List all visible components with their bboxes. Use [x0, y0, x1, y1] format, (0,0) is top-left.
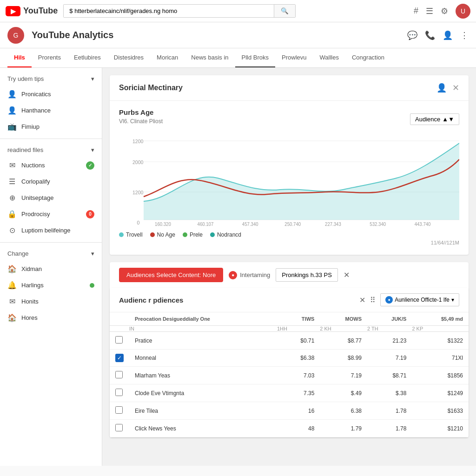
- person-panel-icon[interactable]: 👤: [436, 83, 447, 93]
- tab-eetlubires[interactable]: Eetlubires: [67, 48, 107, 67]
- sidebar-item-unitseptage[interactable]: ⊕ Unitseptage: [0, 190, 102, 206]
- row-checkbox-cell-2[interactable]: [110, 367, 129, 384]
- legend-noage: No Age: [150, 231, 175, 238]
- tab-morican[interactable]: Morican: [150, 48, 185, 67]
- table-panel-header: Audienc r pdiences ✕ ⠿ ● Aunlience Offic…: [110, 288, 469, 312]
- list-icon: ☰: [7, 177, 17, 186]
- tab-prowlevu[interactable]: Prowlevu: [275, 48, 313, 67]
- legend-prele: Prele: [183, 231, 203, 238]
- channel-icon: G: [7, 27, 24, 44]
- row-tiws-3: 7.35: [277, 384, 320, 402]
- table-settings-button[interactable]: ⠿: [370, 296, 376, 304]
- row-tiws-4: 16: [277, 402, 320, 420]
- chevron-filter-icon: ▾: [451, 297, 454, 303]
- row-mows-3: $.49: [320, 384, 367, 402]
- table-filter-button[interactable]: ● Aunlience Officte-1 Ife ▾: [380, 293, 459, 306]
- row-checkbox-cell-0[interactable]: [110, 332, 129, 350]
- sidebar-item-prodrocisy[interactable]: 🔒 Prodrocisy 0: [0, 206, 102, 222]
- svg-text:1200: 1200: [132, 190, 144, 195]
- table-row: Click News Yees 48 1.79 1.78 $1210: [110, 420, 469, 437]
- tab-wallles[interactable]: Wallles: [313, 48, 345, 67]
- tab-distesidres[interactable]: Distesidres: [107, 48, 150, 67]
- tab-news-basis-in[interactable]: News basis in: [185, 48, 235, 67]
- hashtag-icon[interactable]: #: [414, 6, 418, 16]
- more-icon[interactable]: ⋮: [460, 30, 469, 40]
- row-checkbox-cell-4[interactable]: [110, 402, 129, 420]
- sidebar-item-luptiom[interactable]: ⊙ Luptiom belifeinge: [0, 222, 102, 238]
- chart-subtitle: Vl6. Clinate Pliost: [119, 118, 163, 125]
- svg-text:2000: 2000: [132, 159, 144, 165]
- interplay-icon: ●: [229, 271, 237, 279]
- row-checkbox-cell-3[interactable]: [110, 384, 129, 402]
- close-icon[interactable]: ✕: [452, 83, 459, 93]
- sub-col-in: IN: [129, 326, 277, 332]
- settings-icon[interactable]: ⚙: [441, 6, 448, 16]
- row-checkbox-2[interactable]: [115, 371, 123, 378]
- row-mows-2: 7.19: [320, 367, 367, 384]
- row-juks-1: 7.19: [367, 350, 412, 367]
- tab-prorents[interactable]: Prorents: [32, 48, 67, 67]
- sidebar-item-pronicatics[interactable]: 👤 Pronicatics: [0, 86, 102, 102]
- sidebar-item-xidman[interactable]: 🏠 Xidman: [0, 261, 102, 277]
- trovell-dot: [119, 232, 124, 237]
- audience-select-panel: Audiences Selecte Content: Nore ● Intert…: [110, 262, 469, 437]
- check-icon: ✓: [115, 354, 124, 362]
- row-checkbox-cell-1[interactable]: ✓: [110, 350, 129, 367]
- chart-header: Purbs Age Vl6. Clinate Pliost Audience ▲…: [119, 108, 459, 130]
- row-checkbox-5[interactable]: [115, 424, 123, 431]
- sidebar-item-corlopalify[interactable]: ☰ Corlopalify: [0, 173, 102, 190]
- sidebar: Try udem tips ▾ 👤 Pronicatics 👤 Hanthanc…: [0, 68, 102, 466]
- row-tiws-5: 48: [277, 420, 320, 437]
- sidebar-item-hanthance[interactable]: 👤 Hanthance: [0, 102, 102, 119]
- phone-icon[interactable]: 📞: [425, 30, 435, 40]
- sidebar-item-hores[interactable]: 🏠 Hores: [0, 310, 102, 326]
- mail-icon: ✉: [7, 297, 17, 306]
- menu-icon[interactable]: ☰: [426, 6, 433, 16]
- sidebar-item-honits[interactable]: ✉ Honits: [0, 293, 102, 310]
- row-total-2: $1856: [412, 367, 469, 384]
- row-checkbox-3[interactable]: [115, 389, 123, 396]
- avatar[interactable]: U: [456, 4, 470, 19]
- sidebar-section-readined[interactable]: readined files ▾: [0, 143, 102, 157]
- chat-icon[interactable]: 💬: [407, 30, 417, 40]
- table-row: Eire Tilea 16 6.38 1.78 $1633: [110, 402, 469, 420]
- row-name-2: Mlarham Yeas: [129, 367, 277, 384]
- row-checkbox-0[interactable]: [115, 336, 123, 344]
- home-icon: 🏠: [7, 264, 17, 273]
- search-button[interactable]: 🔍: [274, 5, 295, 17]
- close-bar-button[interactable]: ✕: [344, 271, 350, 279]
- row-checkbox-cell-5[interactable]: [110, 420, 129, 437]
- pronking-button[interactable]: Pronkings h.33 PS: [276, 268, 338, 282]
- sidebar-item-harlings[interactable]: 🔔 Harlings: [0, 277, 102, 293]
- sub-header-empty: [110, 326, 129, 332]
- tab-plld-broks[interactable]: Plld Broks: [235, 48, 276, 67]
- row-juks-3: $.38: [367, 384, 412, 402]
- content-area: Soricial Mectinary 👤 ✕ Purbs Age Vl6. Cl…: [102, 68, 476, 466]
- table-row: Clode Eve Vtimgnta 7.35 $.49 $.38 $1249: [110, 384, 469, 402]
- row-total-5: $1210: [412, 420, 469, 437]
- search-input[interactable]: [64, 5, 274, 17]
- top-bar: ▶ YouTube 🔍 # ☰ ⚙ U: [0, 0, 476, 22]
- row-juks-0: 21.23: [367, 332, 412, 350]
- row-juks-5: 1.78: [367, 420, 412, 437]
- row-tiws-2: 7.03: [277, 367, 320, 384]
- sidebar-item-fimiup[interactable]: 📺 Fimiup: [0, 119, 102, 135]
- audience-select-button[interactable]: Audiences Selecte Content: Nore: [119, 268, 223, 282]
- sidebar-section-change[interactable]: Change ▾: [0, 246, 102, 261]
- tab-hils[interactable]: Hils: [7, 48, 32, 67]
- audience-button[interactable]: Audience ▲▼: [410, 113, 459, 125]
- row-mows-4: 6.38: [320, 402, 367, 420]
- table-close-button[interactable]: ✕: [359, 296, 365, 304]
- person-icon[interactable]: 👤: [443, 30, 453, 40]
- nuctions-badge: ✓: [86, 161, 94, 170]
- row-checkbox-4[interactable]: [115, 406, 123, 414]
- tab-congraction[interactable]: Congraction: [345, 48, 391, 67]
- col-tiws: TIWS: [277, 312, 320, 326]
- legend-trovell: Trovell: [119, 231, 143, 238]
- sidebar-section-try[interactable]: Try udem tips ▾: [0, 72, 102, 86]
- youtube-logo[interactable]: ▶ YouTube: [6, 6, 58, 16]
- chevron-down-icon: ▾: [91, 250, 94, 257]
- sub-col-2kp: 2 KP: [412, 326, 469, 332]
- yt-logo-icon: ▶: [6, 6, 20, 16]
- sidebar-item-nuctions[interactable]: ✉ Nuctions ✓: [0, 157, 102, 173]
